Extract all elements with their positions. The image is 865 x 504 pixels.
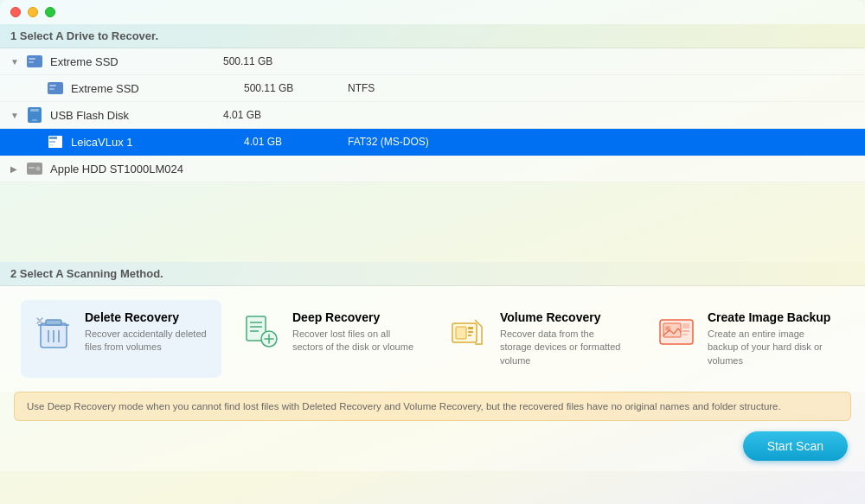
ssd-icon [26, 53, 43, 70]
svg-rect-39 [682, 334, 688, 335]
svg-point-14 [36, 167, 41, 171]
drive-row[interactable]: ▼ Extreme SSD 500.11 GB [0, 48, 865, 75]
titlebar [0, 0, 865, 24]
drive-table: ▼ Extreme SSD 500.11 GB Extreme SSD 500.… [0, 48, 865, 182]
deep-recovery-text: Deep Recovery Recover lost files on all … [292, 310, 417, 354]
deep-recovery-title: Deep Recovery [292, 310, 417, 324]
drive-row[interactable]: ▼ USB Flash Disk 4.01 GB [0, 102, 865, 129]
volume-recovery-desc: Recover data from the storage devices or… [500, 328, 625, 367]
svg-rect-5 [49, 88, 54, 90]
drive-size: 4.01 GB [223, 109, 327, 121]
maximize-button[interactable] [45, 7, 55, 17]
svg-rect-33 [468, 335, 471, 336]
usb-icon [26, 106, 43, 124]
hdd-icon [26, 160, 43, 177]
volume-icon [47, 133, 64, 150]
section1-label: 1 Select A Drive to Recover. [10, 29, 158, 42]
svg-rect-11 [49, 141, 55, 143]
svg-rect-7 [30, 109, 39, 112]
drive-size: 4.01 GB [244, 136, 348, 148]
drive-row-selected[interactable]: LeicaVLux 1 4.01 GB FAT32 (MS-DOS) [0, 129, 865, 156]
drive-fs: FAT32 (MS-DOS) [348, 136, 855, 148]
image-backup-text: Create Image Backup Create an entire ima… [708, 310, 832, 367]
image-backup-option[interactable]: Create Image Backup Create an entire ima… [644, 300, 844, 378]
drive-row[interactable]: ▶ Apple HDD ST1000LM024 [0, 156, 865, 182]
svg-rect-12 [49, 144, 54, 146]
svg-rect-3 [48, 82, 63, 94]
svg-rect-37 [682, 323, 689, 329]
svg-rect-4 [49, 85, 56, 86]
minimize-button[interactable] [28, 7, 38, 17]
drive-row[interactable]: Extreme SSD 500.11 GB NTFS [0, 75, 865, 102]
svg-rect-10 [49, 137, 57, 139]
svg-rect-17 [46, 320, 61, 325]
svg-rect-31 [468, 327, 473, 329]
volume-recovery-option[interactable]: Volume Recovery Recover data from the st… [436, 300, 637, 378]
drive-name: Extreme SSD [50, 55, 223, 68]
delete-recovery-icon [33, 310, 74, 352]
drive-selection-section: 1 Select A Drive to Recover. ▼ Extreme S… [0, 24, 865, 262]
close-button[interactable] [10, 7, 21, 17]
delete-recovery-title: Delete Recovery [85, 310, 209, 324]
expand-icon: ▼ [10, 57, 22, 67]
volume-recovery-title: Volume Recovery [500, 310, 625, 324]
svg-rect-8 [32, 119, 37, 121]
drive-name: USB Flash Disk [50, 109, 223, 122]
info-bar-text: Use Deep Recovery mode when you cannot f… [27, 401, 781, 411]
svg-rect-2 [29, 61, 34, 63]
deep-recovery-icon [240, 310, 282, 352]
delete-recovery-option[interactable]: Delete Recovery Recover accidentally del… [21, 300, 221, 378]
drive-fs: NTFS [348, 82, 855, 94]
drive-name: Extreme SSD [71, 82, 244, 95]
drive-name: LeicaVLux 1 [71, 136, 244, 149]
footer: Start Scan [0, 421, 865, 471]
svg-rect-1 [29, 58, 35, 60]
delete-recovery-text: Delete Recovery Recover accidentally del… [85, 310, 209, 354]
section2-label: 2 Select A Scanning Method. [10, 267, 163, 280]
drive-size: 500.11 GB [244, 82, 348, 94]
ssd-volume-icon [47, 80, 64, 97]
info-bar: Use Deep Recovery mode when you cannot f… [14, 392, 851, 421]
start-scan-button[interactable]: Start Scan [743, 431, 848, 461]
drive-size: 500.11 GB [223, 55, 327, 67]
scan-methods-container: Delete Recovery Recover accidentally del… [0, 286, 865, 392]
volume-recovery-text: Volume Recovery Recover data from the st… [500, 310, 625, 367]
deep-recovery-option[interactable]: Deep Recovery Recover lost files on all … [228, 300, 429, 378]
svg-rect-0 [27, 55, 42, 67]
image-backup-title: Create Image Backup [708, 310, 832, 324]
image-backup-icon [656, 310, 697, 352]
deep-recovery-desc: Recover lost files on all sectors of the… [292, 328, 417, 354]
image-backup-desc: Create an entire image backup of your ha… [708, 328, 832, 367]
scan-method-section: 2 Select A Scanning Method. Delete Recov… [0, 262, 865, 471]
section1-header: 1 Select A Drive to Recover. [0, 24, 865, 48]
svg-rect-38 [682, 330, 689, 332]
delete-recovery-desc: Recover accidentally deleted files from … [85, 328, 209, 354]
expand-icon: ▼ [10, 111, 22, 120]
section2-header: 2 Select A Scanning Method. [0, 262, 865, 286]
svg-rect-15 [29, 167, 35, 169]
volume-recovery-icon [448, 310, 490, 352]
expand-icon: ▶ [10, 164, 22, 174]
drive-name: Apple HDD ST1000LM024 [50, 163, 223, 175]
svg-rect-32 [468, 331, 473, 333]
svg-rect-30 [456, 327, 466, 339]
